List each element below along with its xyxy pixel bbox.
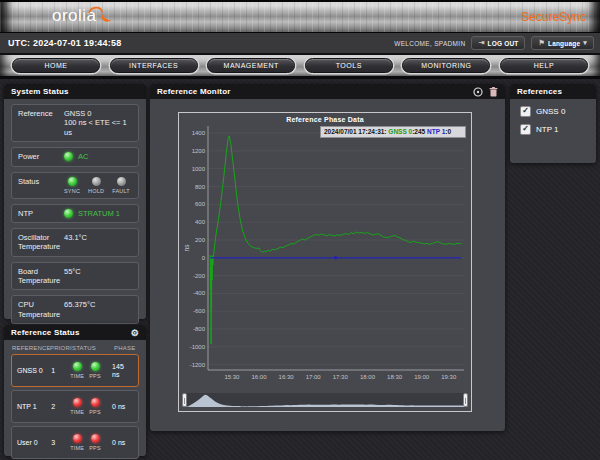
status-row: Status SYNC HOLD FAULT	[11, 172, 139, 199]
cpu-temp-row: CPU Temperature 65.375°C	[11, 295, 139, 324]
pps-led-icon	[91, 398, 100, 407]
reference-checkbox-gnss0[interactable]: ✓ GNSS 0	[520, 106, 586, 117]
language-button[interactable]: ⚑ Language ▾	[531, 36, 594, 50]
time-led-icon	[73, 362, 82, 371]
chevron-down-icon: ▾	[583, 39, 587, 47]
reference-status-panel: Reference Status ⚙ REFERENCE PRIORITY ST…	[4, 325, 146, 456]
chart-range-navigator[interactable]	[182, 393, 468, 407]
brand-bar: orolia SecureSync	[0, 0, 600, 33]
svg-text:19:00: 19:00	[414, 374, 430, 380]
power-row: Power AC	[11, 147, 139, 166]
pps-led-icon	[91, 362, 100, 371]
checkbox-checked-icon[interactable]: ✓	[520, 124, 531, 135]
page: orolia SecureSync UTC: 2024-07-01 19:44:…	[0, 0, 600, 460]
svg-text:-1000: -1000	[190, 344, 206, 350]
phase-chart-plot[interactable]: 1400120010008006004002000-200-400-600-80…	[180, 124, 472, 386]
nav-monitoring[interactable]: MONITORING	[402, 58, 490, 73]
reference-monitor-title: Reference Monitor	[157, 87, 231, 96]
svg-text:19:30: 19:30	[441, 374, 457, 380]
svg-text:1200: 1200	[192, 148, 206, 154]
main-nav: HOME INTERFACES MANAGEMENT TOOLS MONITOR…	[0, 55, 600, 79]
pps-led-icon	[91, 434, 100, 443]
svg-text:16:00: 16:00	[251, 374, 267, 380]
utc-time: UTC: 2024-07-01 19:44:58	[8, 38, 121, 48]
nav-tools[interactable]: TOOLS	[305, 58, 393, 73]
nav-interfaces[interactable]: INTERFACES	[110, 58, 198, 73]
svg-text:-200: -200	[193, 273, 206, 279]
phase-value: 145 ns	[112, 363, 133, 378]
clock-icon[interactable]	[473, 87, 483, 97]
navigator-left-handle[interactable]	[182, 393, 187, 407]
system-status-panel: System Status Reference GNSS 0 100 ns < …	[4, 84, 146, 319]
svg-text:18:30: 18:30	[387, 374, 403, 380]
svg-text:1000: 1000	[192, 166, 206, 172]
svg-text:15:30: 15:30	[224, 374, 240, 380]
references-title: References	[510, 84, 596, 99]
svg-text:18:00: 18:00	[360, 374, 376, 380]
reference-value: GNSS 0	[64, 109, 92, 118]
utc-bar: UTC: 2024-07-01 19:44:58 WELCOME, SPADMI…	[0, 33, 600, 55]
product-name: SecureSync	[521, 10, 586, 24]
time-led-icon	[73, 434, 82, 443]
oscillator-temp-row: Oscillator Temperature 43.1°C	[11, 228, 139, 257]
logout-button[interactable]: ⇥ LOG OUT	[471, 36, 525, 50]
reference-status-header: REFERENCE PRIORITY STATUS PHASE	[12, 345, 138, 351]
reference-row: Reference GNSS 0 100 ns < ETE <= 1 us	[11, 104, 139, 142]
nav-help[interactable]: HELP	[500, 58, 588, 73]
navigator-silhouette	[182, 393, 468, 407]
svg-text:0: 0	[202, 255, 206, 261]
board-temp-row: Board Temperature 55°C	[11, 262, 139, 291]
phase-value: 0 ns	[112, 439, 133, 447]
trash-icon[interactable]	[489, 87, 498, 97]
svg-text:17:30: 17:30	[333, 374, 349, 380]
oscillator-temp-value: 43.1°C	[64, 233, 87, 242]
ntp-value: STRATUM 1	[78, 209, 120, 218]
ntp-led-icon	[64, 209, 73, 218]
flag-icon: ⚑	[538, 39, 544, 47]
chart-title: Reference Phase Data	[179, 116, 471, 123]
power-value: AC	[78, 152, 88, 161]
orolia-logo: orolia	[52, 6, 123, 28]
cpu-temp-value: 65.375°C	[64, 300, 95, 309]
logout-icon: ⇥	[478, 39, 484, 47]
welcome-text: WELCOME, SPADMIN	[394, 40, 465, 47]
chart-frame: Reference Phase Data 1400120010008006004…	[178, 112, 472, 412]
ntp-row: NTP STRATUM 1	[11, 204, 139, 223]
hold-led-icon	[92, 177, 101, 186]
power-led-icon	[64, 152, 73, 161]
svg-text:-400: -400	[193, 290, 206, 296]
table-row-gnss0: GNSS 0 1 TIME PPS 145 ns	[11, 354, 139, 387]
svg-text:200: 200	[195, 237, 206, 243]
svg-text:800: 800	[195, 184, 206, 190]
table-row-user0: User 0 3 TIME PPS 0 ns	[11, 426, 139, 459]
references-panel: References ✓ GNSS 0 ✓ NTP 1	[510, 84, 596, 163]
system-status-title: System Status	[4, 84, 146, 99]
main-content: System Status Reference GNSS 0 100 ns < …	[0, 79, 600, 460]
table-row-ntp1: NTP 1 2 TIME PPS 0 ns	[11, 390, 139, 423]
board-temp-value: 55°C	[64, 267, 81, 276]
time-led-icon	[73, 398, 82, 407]
svg-text:600: 600	[195, 201, 206, 207]
orolia-swoosh-icon	[87, 5, 113, 27]
sync-led-icon	[68, 177, 77, 186]
svg-text:1400: 1400	[192, 130, 206, 136]
svg-text:ns: ns	[183, 244, 190, 252]
phase-value: 0 ns	[112, 403, 133, 411]
navigator-right-handle[interactable]	[463, 393, 468, 407]
reference-status-title: Reference Status	[11, 328, 80, 337]
svg-text:-800: -800	[193, 326, 206, 332]
nav-management[interactable]: MANAGEMENT	[207, 58, 295, 73]
svg-text:17:00: 17:00	[306, 374, 322, 380]
checkbox-checked-icon[interactable]: ✓	[520, 106, 531, 117]
gear-icon[interactable]: ⚙	[131, 328, 139, 338]
chart-tooltip: 2024/07/01 17:24:31: GNSS 0:245 NTP 1:0	[320, 126, 466, 138]
reference-monitor-panel: Reference Monitor Reference Phase Data	[150, 84, 505, 431]
svg-text:-1200: -1200	[190, 362, 206, 368]
reference-ete: 100 ns < ETE <= 1 us	[64, 118, 127, 136]
reference-checkbox-ntp1[interactable]: ✓ NTP 1	[520, 124, 586, 135]
svg-text:16:30: 16:30	[279, 374, 295, 380]
svg-text:400: 400	[195, 219, 206, 225]
nav-home[interactable]: HOME	[12, 58, 100, 73]
svg-text:-600: -600	[193, 308, 206, 314]
fault-led-icon	[117, 177, 126, 186]
